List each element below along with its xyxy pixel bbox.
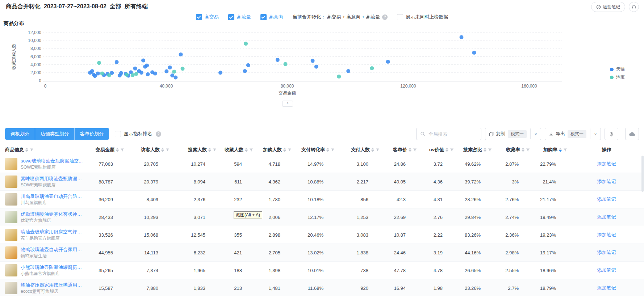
partition-tab-1[interactable]: 词根划分 [5, 128, 35, 140]
product-title-link[interactable]: 小熊玻璃油壶防漏油罐厨房家... [21, 264, 83, 271]
scatter-point-天猫[interactable] [146, 72, 150, 76]
scatter-point-天猫[interactable] [90, 69, 94, 73]
sort-carets-icon[interactable] [559, 148, 562, 152]
column-header-12[interactable]: 收藏率 [494, 147, 532, 153]
column-header-3[interactable]: 访客人数 [126, 147, 171, 153]
export-button[interactable]: 导出 模式一 ∨ [545, 128, 601, 140]
scatter-point-淘宝[interactable] [131, 73, 135, 77]
scatter-point-淘宝[interactable] [134, 72, 138, 76]
sort-carets-icon[interactable] [25, 148, 28, 152]
chevron-down-icon[interactable]: ∨ [594, 132, 597, 136]
product-thumbnail[interactable] [5, 264, 17, 276]
column-header-6[interactable]: 加购人数 [255, 147, 293, 153]
product-title-link[interactable]: sowe玻璃喷油壶瓶防漏油空... [21, 158, 83, 164]
scatter-point-天猫[interactable] [119, 71, 123, 75]
column-header-4[interactable]: 搜索人数 [171, 147, 218, 153]
scatter-point-天猫[interactable] [243, 69, 247, 73]
scatter-point-淘宝[interactable] [107, 73, 111, 77]
filter-funnel-icon[interactable] [376, 148, 380, 152]
sort-carets-icon[interactable] [208, 148, 211, 152]
filter-checkbox-2[interactable]: 高流量 [228, 14, 251, 20]
global-search-input[interactable] [428, 131, 477, 137]
scatter-chart[interactable]: 02,0004,0006,0008,00010,00012,000040,000… [0, 29, 644, 98]
sort-carets-icon[interactable] [116, 148, 119, 152]
product-title-link[interactable]: 素味喷倒两用喷油壶瓶防漏油... [21, 176, 83, 182]
filter-funnel-icon[interactable] [213, 148, 217, 152]
sort-carets-icon[interactable] [245, 148, 248, 152]
chevron-down-icon[interactable]: ∨ [534, 132, 537, 136]
scatter-point-天猫[interactable] [179, 52, 183, 56]
scatter-point-天猫[interactable] [472, 51, 476, 55]
product-title-link[interactable]: 喷油壶玻璃家用厨房空气炸锅... [21, 229, 83, 235]
filter-funnel-icon[interactable] [526, 148, 530, 152]
filter-checkbox-1[interactable]: 高交易 [196, 14, 219, 20]
sort-carets-icon[interactable] [522, 148, 524, 152]
filter-funnel-icon[interactable] [120, 148, 124, 152]
scatter-point-天猫[interactable] [386, 60, 390, 64]
copy-button[interactable]: 复制 模式一 ∨ [485, 128, 541, 140]
product-thumbnail[interactable] [5, 246, 17, 259]
product-thumbnail[interactable] [5, 282, 17, 294]
column-header-13[interactable]: 加购率 [532, 147, 569, 153]
column-header-10[interactable]: uv价值 [419, 147, 456, 153]
legend-item-taobao[interactable]: 淘宝 [610, 74, 625, 80]
column-header-7[interactable]: 支付转化率 [293, 147, 336, 153]
product-thumbnail[interactable] [5, 176, 17, 188]
filter-funnel-icon[interactable] [563, 148, 567, 152]
merge-help-icon[interactable]: ? [382, 14, 388, 20]
filter-checkbox-3[interactable]: 高意向 [260, 14, 283, 20]
scatter-point-天猫[interactable] [170, 73, 174, 77]
column-header-11[interactable]: 搜索占比 [456, 147, 494, 153]
scatter-point-淘宝[interactable] [244, 42, 248, 46]
product-title-link[interactable]: 川岛屋玻璃油壶自动开合防漏... [21, 193, 83, 200]
add-note-link[interactable]: 添加笔记 [597, 232, 616, 237]
add-note-link[interactable]: 添加笔记 [597, 196, 616, 202]
scatter-point-天猫[interactable] [115, 60, 119, 64]
operation-notes-button[interactable]: 运营笔记 [591, 2, 625, 12]
product-thumbnail[interactable] [5, 211, 17, 223]
scatter-point-淘宝[interactable] [181, 67, 185, 71]
scatter-point-淘宝[interactable] [370, 66, 374, 70]
add-note-link[interactable]: 添加笔记 [597, 285, 616, 291]
scatter-point-天猫[interactable] [173, 76, 177, 80]
scatter-point-天猫[interactable] [218, 71, 222, 75]
scatter-point-天猫[interactable] [141, 59, 145, 63]
sort-carets-icon[interactable] [446, 148, 448, 152]
filter-funnel-icon[interactable] [249, 148, 253, 152]
filter-funnel-icon[interactable] [413, 148, 417, 152]
scrollbar[interactable] [641, 156, 644, 192]
column-header-2[interactable]: 交易金额 [83, 147, 126, 153]
column-header-1[interactable]: 商品信息 [0, 147, 83, 153]
legend-item-tmall[interactable]: 天猫 [610, 66, 625, 72]
product-title-link[interactable]: 蚝油挤压器家用按压嘴通用泵... [21, 282, 83, 288]
cloud-button[interactable] [625, 128, 639, 140]
add-note-link[interactable]: 添加笔记 [597, 250, 616, 255]
rank-help-icon[interactable]: ? [156, 131, 161, 137]
scatter-point-天猫[interactable] [145, 63, 149, 67]
column-header-5[interactable]: 收藏人数 [218, 147, 255, 153]
add-note-link[interactable]: 添加笔记 [597, 161, 616, 166]
add-note-link[interactable]: 添加笔记 [597, 179, 616, 184]
scatter-point-天猫[interactable] [164, 69, 168, 73]
scatter-point-天猫[interactable] [246, 63, 250, 67]
column-header-8[interactable]: 支付人数 [336, 147, 381, 153]
filter-funnel-icon[interactable] [166, 148, 170, 152]
sort-carets-icon[interactable] [326, 148, 329, 152]
scatter-point-淘宝[interactable] [125, 73, 129, 77]
scatter-point-天猫[interactable] [311, 59, 315, 63]
show-rank-checkbox[interactable]: 显示指标排名 ? [115, 131, 161, 137]
scatter-point-淘宝[interactable] [172, 70, 176, 74]
scatter-point-淘宝[interactable] [100, 72, 104, 76]
sort-carets-icon[interactable] [283, 148, 286, 152]
scatter-point-天猫[interactable] [168, 65, 172, 69]
partition-tab-3[interactable]: 客单价划分 [74, 128, 109, 140]
sort-carets-icon[interactable] [409, 148, 411, 152]
show-unranked-checkbox[interactable]: 展示未同时上榜数据 [397, 14, 448, 20]
scatter-point-淘宝[interactable] [337, 75, 341, 79]
filter-funnel-icon[interactable] [30, 148, 34, 152]
scatter-point-淘宝[interactable] [97, 61, 101, 65]
filter-funnel-icon[interactable] [331, 148, 335, 152]
chart-collapse-button[interactable]: ∧ [282, 101, 293, 107]
scatter-point-淘宝[interactable] [284, 62, 288, 66]
scatter-point-天猫[interactable] [276, 58, 280, 62]
